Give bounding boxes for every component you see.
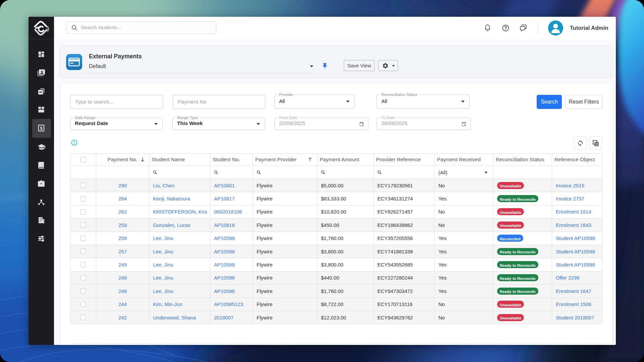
- svg-text:$: $: [40, 126, 43, 131]
